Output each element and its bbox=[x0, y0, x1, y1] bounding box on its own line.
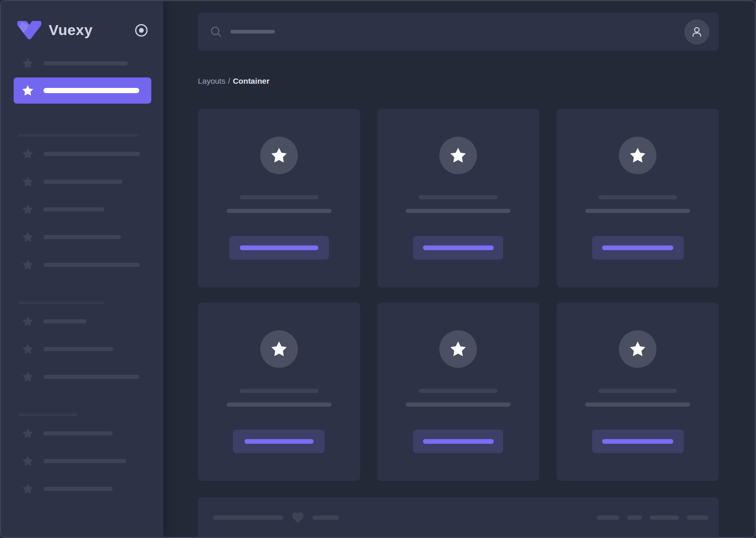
star-badge bbox=[619, 330, 657, 368]
star-badge bbox=[439, 330, 477, 368]
star-icon bbox=[21, 259, 34, 271]
search-icon bbox=[210, 26, 222, 38]
star-icon bbox=[21, 483, 34, 495]
star-icon bbox=[21, 315, 34, 328]
footer-card bbox=[198, 497, 719, 538]
placeholder-bar bbox=[406, 402, 510, 407]
card bbox=[557, 302, 719, 481]
placeholder-bar bbox=[240, 389, 318, 393]
breadcrumb-section[interactable]: Layouts bbox=[198, 76, 226, 85]
star-icon bbox=[270, 340, 288, 358]
star-badge bbox=[260, 137, 298, 174]
sidebar-item[interactable] bbox=[1, 57, 163, 70]
card bbox=[377, 109, 540, 287]
placeholder-bar bbox=[43, 235, 121, 239]
card bbox=[198, 109, 360, 287]
star-icon bbox=[21, 57, 34, 70]
button-label-bar bbox=[240, 245, 318, 250]
sidebar-item[interactable] bbox=[1, 483, 163, 495]
placeholder-bar bbox=[43, 431, 113, 435]
button-label-bar bbox=[423, 439, 494, 444]
star-icon bbox=[21, 84, 34, 97]
placeholder-bar bbox=[598, 195, 677, 199]
footer-link-bar[interactable] bbox=[650, 515, 679, 520]
sidebar-item[interactable] bbox=[1, 371, 163, 383]
placeholder-bar bbox=[43, 375, 139, 379]
breadcrumb: Layouts/Container bbox=[198, 76, 719, 85]
placeholder-bar bbox=[43, 207, 104, 211]
card-button[interactable] bbox=[413, 236, 503, 260]
star-icon bbox=[21, 371, 34, 383]
star-icon bbox=[449, 340, 467, 358]
search-placeholder-bar bbox=[230, 30, 275, 33]
sidebar-item[interactable] bbox=[1, 231, 163, 243]
user-avatar[interactable] bbox=[684, 19, 709, 44]
star-badge bbox=[439, 137, 477, 174]
star-icon bbox=[21, 203, 34, 216]
sidebar-item[interactable] bbox=[1, 301, 163, 304]
sidebar-item[interactable] bbox=[1, 343, 163, 355]
placeholder-bar bbox=[598, 389, 677, 393]
vuexy-v-icon bbox=[17, 20, 42, 40]
placeholder-bar bbox=[43, 459, 126, 463]
placeholder-bar bbox=[406, 209, 510, 213]
sidebar-item[interactable] bbox=[1, 203, 163, 216]
star-icon bbox=[21, 343, 34, 355]
logo-text: Vuexy bbox=[49, 22, 93, 39]
placeholder-bar bbox=[43, 347, 113, 351]
logo[interactable]: Vuexy bbox=[1, 19, 163, 42]
placeholder-bar bbox=[43, 319, 86, 323]
card bbox=[377, 302, 540, 481]
sidebar-item[interactable] bbox=[1, 427, 163, 440]
sidebar-item[interactable] bbox=[14, 77, 151, 104]
sidebar-menu bbox=[1, 57, 163, 495]
card bbox=[198, 302, 360, 481]
placeholder-bar bbox=[43, 180, 123, 184]
placeholder-bar bbox=[43, 88, 139, 93]
sidebar-item[interactable] bbox=[1, 413, 163, 416]
footer-link-bar[interactable] bbox=[687, 515, 708, 520]
card-button[interactable] bbox=[592, 236, 684, 260]
main-content: Layouts/Container bbox=[163, 1, 755, 537]
card-button[interactable] bbox=[413, 430, 503, 453]
star-badge bbox=[260, 330, 298, 368]
sidebar: Vuexy bbox=[1, 1, 163, 537]
star-icon bbox=[21, 148, 34, 160]
search-bar[interactable] bbox=[198, 13, 719, 51]
card-button[interactable] bbox=[233, 430, 325, 453]
star-icon bbox=[21, 455, 34, 467]
placeholder-bar bbox=[585, 209, 690, 213]
footer-left bbox=[213, 510, 339, 525]
radio-dot-icon[interactable] bbox=[134, 23, 149, 38]
heart-icon[interactable] bbox=[291, 511, 305, 524]
sidebar-item[interactable] bbox=[1, 148, 163, 160]
button-label-bar bbox=[602, 439, 673, 444]
sidebar-item[interactable] bbox=[1, 259, 163, 271]
star-icon bbox=[449, 147, 467, 164]
placeholder-bar bbox=[240, 195, 318, 199]
placeholder-bar bbox=[18, 134, 139, 137]
placeholder-bar bbox=[227, 402, 331, 407]
placeholder-bar bbox=[43, 487, 113, 491]
breadcrumb-separator: / bbox=[228, 76, 230, 85]
breadcrumb-current: Container bbox=[233, 76, 270, 85]
sidebar-item[interactable] bbox=[1, 455, 163, 467]
card-button[interactable] bbox=[592, 430, 684, 453]
placeholder-bar bbox=[18, 413, 77, 416]
star-icon bbox=[21, 231, 34, 243]
button-label-bar bbox=[423, 245, 494, 250]
footer-link-bar[interactable] bbox=[627, 515, 642, 520]
star-icon bbox=[270, 147, 288, 164]
star-icon bbox=[21, 427, 34, 440]
sidebar-item[interactable] bbox=[1, 315, 163, 328]
star-icon bbox=[21, 175, 34, 188]
sidebar-item[interactable] bbox=[1, 134, 163, 137]
sidebar-item[interactable] bbox=[1, 175, 163, 188]
app-window: Vuexy bbox=[0, 0, 756, 538]
placeholder-bar bbox=[227, 209, 331, 213]
footer-link-bar[interactable] bbox=[597, 515, 619, 520]
card-button[interactable] bbox=[229, 236, 329, 260]
placeholder-bar bbox=[43, 61, 128, 65]
placeholder-bar bbox=[419, 195, 497, 199]
placeholder-bar bbox=[585, 402, 690, 407]
